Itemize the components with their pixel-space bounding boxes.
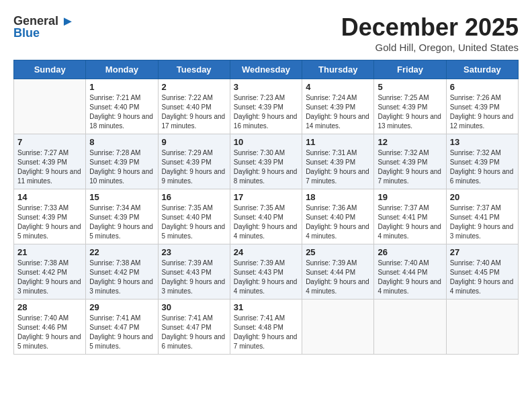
day-info: Sunrise: 7:34 AMSunset: 4:39 PMDaylight:…	[89, 203, 154, 241]
day-number: 12	[378, 137, 442, 147]
calendar-cell: 9Sunrise: 7:29 AMSunset: 4:39 PMDaylight…	[158, 134, 230, 189]
day-number: 14	[17, 192, 82, 202]
day-number: 27	[450, 247, 515, 257]
day-info: Sunrise: 7:38 AMSunset: 4:42 PMDaylight:…	[89, 259, 154, 296]
day-number: 31	[234, 302, 298, 312]
day-of-week-header: Wednesday	[230, 60, 302, 79]
day-info: Sunrise: 7:26 AMSunset: 4:39 PMDaylight:…	[450, 93, 515, 131]
day-info: Sunrise: 7:41 AMSunset: 4:47 PMDaylight:…	[89, 314, 154, 351]
day-info: Sunrise: 7:27 AMSunset: 4:39 PMDaylight:…	[17, 148, 82, 186]
day-number: 9	[162, 137, 226, 147]
day-number: 30	[162, 302, 226, 312]
day-info: Sunrise: 7:39 AMSunset: 4:43 PMDaylight:…	[234, 259, 298, 296]
calendar-cell: 20Sunrise: 7:37 AMSunset: 4:41 PMDayligh…	[446, 189, 518, 244]
day-number: 4	[306, 82, 370, 92]
calendar-cell: 4Sunrise: 7:24 AMSunset: 4:39 PMDaylight…	[302, 79, 374, 134]
calendar-cell: 23Sunrise: 7:39 AMSunset: 4:43 PMDayligh…	[158, 244, 230, 300]
day-info: Sunrise: 7:30 AMSunset: 4:39 PMDaylight:…	[234, 148, 298, 186]
page-header: General ► Blue December 2025 Gold Hill, …	[13, 13, 519, 53]
day-number: 20	[450, 192, 515, 202]
day-of-week-header: Thursday	[302, 60, 374, 79]
calendar-week-row: 28Sunrise: 7:40 AMSunset: 4:46 PMDayligh…	[14, 300, 519, 355]
calendar-cell: 19Sunrise: 7:37 AMSunset: 4:41 PMDayligh…	[374, 189, 446, 244]
day-number: 2	[162, 82, 226, 92]
calendar-cell: 29Sunrise: 7:41 AMSunset: 4:47 PMDayligh…	[86, 300, 158, 355]
day-info: Sunrise: 7:28 AMSunset: 4:39 PMDaylight:…	[89, 148, 154, 186]
day-number: 15	[89, 192, 154, 202]
day-number: 8	[89, 137, 154, 147]
day-info: Sunrise: 7:35 AMSunset: 4:40 PMDaylight:…	[162, 203, 226, 241]
day-number: 6	[450, 82, 515, 92]
calendar-cell: 31Sunrise: 7:41 AMSunset: 4:48 PMDayligh…	[230, 300, 302, 355]
calendar-cell: 16Sunrise: 7:35 AMSunset: 4:40 PMDayligh…	[158, 189, 230, 244]
calendar-cell: 27Sunrise: 7:40 AMSunset: 4:45 PMDayligh…	[446, 244, 518, 300]
day-number: 13	[450, 137, 515, 147]
calendar-week-row: 14Sunrise: 7:33 AMSunset: 4:39 PMDayligh…	[14, 189, 519, 244]
day-info: Sunrise: 7:24 AMSunset: 4:39 PMDaylight:…	[306, 93, 370, 131]
day-of-week-header: Tuesday	[158, 60, 230, 79]
day-info: Sunrise: 7:32 AMSunset: 4:39 PMDaylight:…	[450, 148, 515, 186]
calendar-cell: 8Sunrise: 7:28 AMSunset: 4:39 PMDaylight…	[86, 134, 158, 189]
calendar-week-row: 21Sunrise: 7:38 AMSunset: 4:42 PMDayligh…	[14, 244, 519, 300]
calendar-cell: 25Sunrise: 7:39 AMSunset: 4:44 PMDayligh…	[302, 244, 374, 300]
calendar-header-row: SundayMondayTuesdayWednesdayThursdayFrid…	[14, 60, 519, 79]
day-of-week-header: Friday	[374, 60, 446, 79]
day-number: 25	[306, 247, 370, 257]
calendar-cell: 13Sunrise: 7:32 AMSunset: 4:39 PMDayligh…	[446, 134, 518, 189]
calendar-cell: 24Sunrise: 7:39 AMSunset: 4:43 PMDayligh…	[230, 244, 302, 300]
day-number: 17	[234, 192, 298, 202]
day-number: 18	[306, 192, 370, 202]
calendar-cell	[14, 79, 86, 134]
day-info: Sunrise: 7:22 AMSunset: 4:40 PMDaylight:…	[162, 93, 226, 131]
day-info: Sunrise: 7:21 AMSunset: 4:40 PMDaylight:…	[89, 93, 154, 131]
day-info: Sunrise: 7:38 AMSunset: 4:42 PMDaylight:…	[17, 259, 82, 296]
day-number: 3	[234, 82, 298, 92]
day-number: 28	[17, 302, 82, 312]
day-info: Sunrise: 7:23 AMSunset: 4:39 PMDaylight:…	[234, 93, 298, 131]
calendar-cell: 30Sunrise: 7:41 AMSunset: 4:47 PMDayligh…	[158, 300, 230, 355]
logo: General ► Blue	[13, 13, 75, 40]
day-number: 26	[378, 247, 442, 257]
day-info: Sunrise: 7:39 AMSunset: 4:43 PMDaylight:…	[162, 259, 226, 296]
calendar-week-row: 7Sunrise: 7:27 AMSunset: 4:39 PMDaylight…	[14, 134, 519, 189]
logo-bird-icon: ►	[61, 13, 75, 29]
day-number: 11	[306, 137, 370, 147]
calendar-cell	[446, 300, 518, 355]
day-number: 19	[378, 192, 442, 202]
day-info: Sunrise: 7:40 AMSunset: 4:46 PMDaylight:…	[17, 314, 82, 351]
day-number: 22	[89, 247, 154, 257]
day-info: Sunrise: 7:35 AMSunset: 4:40 PMDaylight:…	[234, 203, 298, 241]
day-number: 1	[89, 82, 154, 92]
calendar-cell: 15Sunrise: 7:34 AMSunset: 4:39 PMDayligh…	[86, 189, 158, 244]
calendar-table: SundayMondayTuesdayWednesdayThursdayFrid…	[13, 60, 519, 355]
calendar-cell: 10Sunrise: 7:30 AMSunset: 4:39 PMDayligh…	[230, 134, 302, 189]
day-number: 24	[234, 247, 298, 257]
day-info: Sunrise: 7:29 AMSunset: 4:39 PMDaylight:…	[162, 148, 226, 186]
day-number: 16	[162, 192, 226, 202]
day-number: 5	[378, 82, 442, 92]
day-number: 29	[89, 302, 154, 312]
calendar-cell: 21Sunrise: 7:38 AMSunset: 4:42 PMDayligh…	[14, 244, 86, 300]
location: Gold Hill, Oregon, United States	[341, 42, 519, 53]
calendar-week-row: 1Sunrise: 7:21 AMSunset: 4:40 PMDaylight…	[14, 79, 519, 134]
day-number: 23	[162, 247, 226, 257]
calendar-cell: 2Sunrise: 7:22 AMSunset: 4:40 PMDaylight…	[158, 79, 230, 134]
calendar-cell: 22Sunrise: 7:38 AMSunset: 4:42 PMDayligh…	[86, 244, 158, 300]
day-info: Sunrise: 7:37 AMSunset: 4:41 PMDaylight:…	[450, 203, 515, 241]
calendar-cell: 6Sunrise: 7:26 AMSunset: 4:39 PMDaylight…	[446, 79, 518, 134]
calendar-cell	[302, 300, 374, 355]
day-info: Sunrise: 7:41 AMSunset: 4:48 PMDaylight:…	[234, 314, 298, 351]
day-info: Sunrise: 7:37 AMSunset: 4:41 PMDaylight:…	[378, 203, 442, 241]
month-title: December 2025	[341, 13, 519, 42]
calendar-cell	[374, 300, 446, 355]
calendar-cell: 17Sunrise: 7:35 AMSunset: 4:40 PMDayligh…	[230, 189, 302, 244]
day-number: 7	[17, 137, 82, 147]
calendar-cell: 3Sunrise: 7:23 AMSunset: 4:39 PMDaylight…	[230, 79, 302, 134]
calendar-cell: 28Sunrise: 7:40 AMSunset: 4:46 PMDayligh…	[14, 300, 86, 355]
calendar-cell: 1Sunrise: 7:21 AMSunset: 4:40 PMDaylight…	[86, 79, 158, 134]
logo-blue-text: Blue	[13, 26, 40, 40]
day-of-week-header: Sunday	[14, 60, 86, 79]
day-info: Sunrise: 7:31 AMSunset: 4:39 PMDaylight:…	[306, 148, 370, 186]
day-info: Sunrise: 7:41 AMSunset: 4:47 PMDaylight:…	[162, 314, 226, 351]
calendar-cell: 7Sunrise: 7:27 AMSunset: 4:39 PMDaylight…	[14, 134, 86, 189]
